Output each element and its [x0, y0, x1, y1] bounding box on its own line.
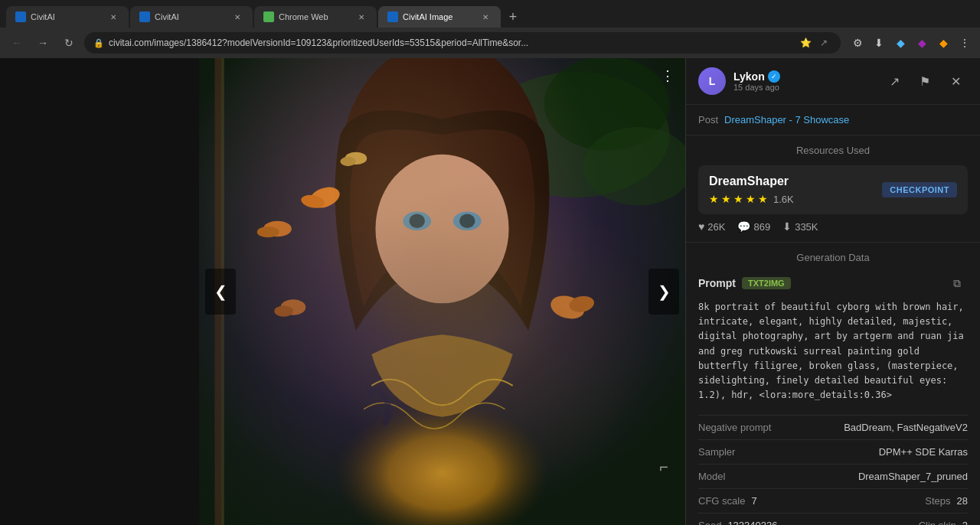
close-icon: ✕	[951, 74, 961, 89]
model-row: Model DreamShaper_7_pruned	[698, 464, 968, 488]
ext-civitai[interactable]: ◆	[891, 34, 910, 52]
bookmark-icon[interactable]: ⭐	[798, 35, 813, 51]
image-svg	[199, 58, 685, 525]
generation-section: Generation Data Prompt TXT2IMG ⧉ 8k port…	[686, 243, 980, 525]
verified-icon: ✓	[768, 70, 780, 83]
resource-stars: ★ ★ ★ ★ ★ 1.6K	[709, 193, 794, 205]
clip-skip-label: Clip skip	[919, 520, 956, 525]
next-arrow-icon: ❯	[658, 282, 671, 301]
tab-1[interactable]: CivitAI ✕	[6, 6, 129, 28]
prev-image-button[interactable]: ❮	[205, 269, 236, 315]
tab-title-1: CivitAI	[31, 12, 103, 21]
ext-orange[interactable]: ◆	[934, 34, 952, 52]
resources-section: Resources Used DreamShaper ★ ★ ★ ★ ★ 1.6…	[686, 135, 980, 243]
resource-name[interactable]: DreamShaper	[709, 174, 794, 188]
refresh-button[interactable]: ↻	[58, 32, 80, 54]
comments-count: 869	[753, 221, 770, 233]
ext-menu[interactable]: ⋮	[956, 34, 974, 52]
user-info: L Lykon ✓ 15 days ago	[698, 67, 780, 95]
menu-icon: ⋮	[661, 67, 675, 84]
tab-3[interactable]: Chrome Web ✕	[254, 6, 377, 28]
prev-arrow-icon: ❮	[214, 282, 227, 301]
tab-close-2[interactable]: ✕	[231, 11, 243, 23]
steps-label: Steps	[925, 495, 950, 507]
svg-point-9	[403, 212, 431, 231]
address-bar[interactable]: 🔒 civitai.com/images/1386412?modelVersio…	[84, 32, 841, 54]
avatar: L	[698, 67, 726, 95]
svg-point-14	[300, 193, 325, 209]
svg-point-1	[482, 72, 670, 197]
prompt-label: Prompt	[698, 277, 736, 289]
cfg-value: 7	[751, 495, 756, 507]
forward-button[interactable]: →	[32, 32, 54, 54]
refresh-icon: ↻	[64, 37, 74, 49]
svg-point-6	[340, 58, 544, 292]
cfg-steps-row: CFG scale 7 Steps 28	[698, 488, 968, 513]
ext-purple[interactable]: ◆	[913, 34, 931, 52]
svg-point-2	[544, 58, 670, 151]
post-link[interactable]: DreamShaper - 7 Showcase	[724, 114, 849, 126]
prompt-label-row: Prompt TXT2IMG	[698, 277, 791, 289]
image-corner-icon: ⌐	[652, 455, 676, 479]
clip-skip-item: Clip skip 2	[919, 520, 968, 525]
sampler-label: Sampler	[698, 446, 735, 458]
tab-active[interactable]: CivitAI Image ✕	[378, 6, 501, 28]
clip-skip-value: 2	[962, 520, 968, 525]
heart-icon: ♥	[698, 220, 704, 233]
time-ago: 15 days ago	[733, 83, 780, 92]
svg-point-7	[371, 151, 512, 323]
copy-prompt-button[interactable]: ⧉	[946, 272, 968, 294]
tab-favicon-3	[263, 11, 274, 22]
post-label: Post	[698, 114, 718, 126]
comments-stat: 💬 869	[737, 220, 770, 233]
user-details: Lykon ✓ 15 days ago	[733, 70, 780, 92]
ext-settings[interactable]: ⚙	[848, 34, 867, 52]
extension-area: ⚙ ⬇ ◆ ◆ ◆ ⋮	[848, 34, 974, 52]
share-button[interactable]: ↗	[882, 69, 906, 93]
ext-download[interactable]: ⬇	[870, 34, 888, 52]
downloads-stat: ⬇ 335K	[782, 220, 818, 233]
new-tab-button[interactable]: +	[502, 6, 524, 28]
left-area	[0, 58, 199, 525]
steps-value: 28	[957, 495, 968, 507]
seed-label: Seed	[698, 520, 721, 525]
seed-value: 132340236	[727, 520, 777, 525]
svg-point-15	[263, 221, 292, 236]
tab-title-3: Chrome Web	[279, 12, 351, 21]
flag-button[interactable]: ⚑	[913, 69, 937, 93]
svg-point-10	[453, 212, 482, 231]
generation-title: Generation Data	[698, 252, 968, 263]
resource-info: DreamShaper ★ ★ ★ ★ ★ 1.6K	[709, 174, 794, 205]
svg-point-3	[583, 127, 685, 205]
negative-prompt-value: BadDream, FastNegativeV2	[844, 422, 968, 433]
download-icon: ⬇	[782, 220, 792, 233]
main-content: ❮ ❯ ⋮ ⌐ L Lykon ✓ 15 days ago	[0, 58, 980, 525]
tab-favicon-2	[139, 11, 150, 22]
tab-close-3[interactable]: ✕	[355, 11, 368, 23]
image-menu-button[interactable]: ⋮	[656, 64, 679, 87]
tab-close-1[interactable]: ✕	[107, 11, 119, 23]
svg-point-22	[274, 305, 293, 316]
tab-close-active[interactable]: ✕	[479, 11, 492, 23]
post-section: Post DreamShaper - 7 Showcase	[686, 105, 980, 135]
svg-point-12	[459, 214, 475, 228]
star-5: ★	[758, 193, 768, 205]
tab-2[interactable]: CivitAI ✕	[130, 6, 253, 28]
back-button[interactable]: ←	[6, 32, 28, 54]
username[interactable]: Lykon	[733, 70, 765, 83]
comment-icon: 💬	[737, 220, 750, 233]
cfg-label: CFG scale	[698, 495, 745, 507]
forward-icon: →	[38, 37, 48, 49]
rating-count: 1.6K	[773, 194, 794, 205]
prompt-row: Prompt TXT2IMG ⧉	[698, 272, 968, 294]
next-image-button[interactable]: ❯	[648, 269, 679, 315]
copy-icon: ⧉	[953, 277, 961, 290]
seed-item: Seed 132340236	[698, 520, 777, 525]
close-panel-button[interactable]: ✕	[943, 69, 968, 93]
svg-rect-0	[199, 58, 685, 525]
svg-point-21	[281, 299, 306, 315]
image-viewer: ❮ ❯ ⋮ ⌐	[199, 58, 685, 525]
share-addr-icon[interactable]: ↗	[816, 35, 831, 51]
seed-clip-row: Seed 132340236 Clip skip 2	[698, 513, 968, 525]
flag-icon: ⚑	[920, 74, 930, 89]
